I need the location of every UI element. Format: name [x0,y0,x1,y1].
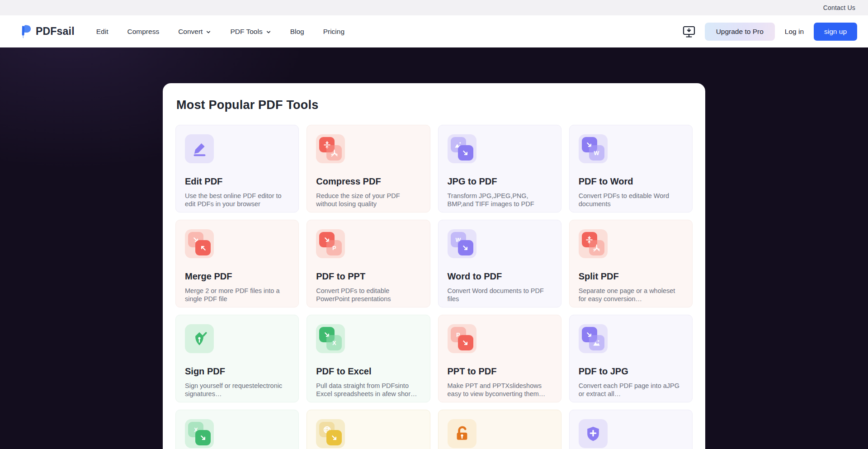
popular-tools-panel: Most Popular PDF Tools Edit PDFUse the b… [163,83,705,449]
header-actions: Upgrade to Pro Log in sign up [682,23,857,41]
html-to-pdf-icon [316,419,345,448]
tool-card-description: Make PPT and PPTXslideshows easy to view… [448,382,552,398]
tool-card-sign-pdf[interactable]: Sign PDFSign yourself or requestelectron… [175,315,299,402]
tool-card-pdf-to-word[interactable]: WPDF to WordConvert PDFs to editable Wor… [569,125,693,213]
tool-card-unlock-pdf[interactable] [438,410,561,449]
main-content: Most Popular PDF Tools Edit PDFUse the b… [0,47,868,449]
protect-pdf-icon [579,419,608,448]
split-pdf-icon [579,229,608,258]
sign-pdf-icon [185,324,214,353]
tools-grid: Edit PDFUse the best online PDF editor t… [175,125,693,449]
pdf-to-word-icon: W [579,134,608,163]
chevron-down-icon [206,29,211,35]
tool-card-description: Convert each PDF page into aJPG or extra… [579,382,683,398]
nav-item-label: PDF Tools [230,28,262,36]
tool-card-edit-pdf[interactable]: Edit PDFUse the best online PDF editor t… [175,125,299,213]
tool-card-description: Sign yourself or requestelectronic signa… [185,382,289,398]
tool-card-description: Pull data straight from PDFsinto Excel s… [316,382,420,398]
header: PDFsail EditCompressConvert PDF Tools Bl… [0,15,868,47]
tool-card-title: JPG to PDF [448,176,552,187]
tool-card-excel-to-pdf[interactable]: X [175,410,299,449]
ppt-to-pdf-icon: P [448,324,476,353]
nav-item-label: Blog [290,28,304,36]
tool-card-title: PDF to Excel [316,366,420,377]
tool-card-title: Sign PDF [185,366,289,377]
tool-card-merge-pdf[interactable]: Merge PDFMerge 2 or more PDF files into … [175,220,299,307]
tool-card-pdf-to-ppt[interactable]: PPDF to PPTConvert PDFs to editable Powe… [307,220,430,307]
brand-name: PDFsail [36,25,75,38]
tool-card-description: Convert PDFs to editable Word documents [579,192,683,208]
tool-card-protect-pdf[interactable] [569,410,693,449]
edit-pencil-icon [185,134,214,163]
tool-card-title: Compress PDF [316,176,420,187]
log-in-link[interactable]: Log in [784,28,805,36]
tool-card-split-pdf[interactable]: Split PDFSeparate one page or a wholeset… [569,220,693,307]
nav-item-label: Edit [96,28,108,36]
nav-item-edit[interactable]: Edit [96,28,108,36]
tool-card-jpg-to-pdf[interactable]: JPG to PDFTransform JPG,JPEG,PNG, BMP,an… [438,125,561,213]
tool-card-title: Split PDF [579,271,683,282]
tool-card-description: Convert Word documents to PDF files [448,287,552,303]
tool-card-title: Merge PDF [185,271,289,282]
nav-item-label: Compress [127,28,160,36]
upgrade-to-pro-button[interactable]: Upgrade to Pro [705,23,775,41]
tool-card-description: Separate one page or a wholeset for easy… [579,287,683,303]
contact-us-link[interactable]: Contact Us [823,4,855,11]
word-to-pdf-icon: W [448,229,476,258]
compress-pdf-icon [316,134,345,163]
pdf-to-ppt-icon: P [316,229,345,258]
tool-card-html-to-pdf[interactable] [307,410,430,449]
nav-item-label: Convert [178,28,203,36]
tool-card-ppt-to-pdf[interactable]: PPPT to PDFMake PPT and PPTXslideshows e… [438,315,561,402]
nav-item-blog[interactable]: Blog [290,28,304,36]
tool-card-compress-pdf[interactable]: Compress PDFReduce the size of your PDF … [307,125,430,213]
tool-card-title: PDF to JPG [579,366,683,377]
nav-item-compress[interactable]: Compress [127,28,160,36]
pdf-to-excel-icon: X [316,324,345,353]
nav-item-pdf-tools[interactable]: PDF Tools [230,28,271,36]
nav-item-pricing[interactable]: Pricing [323,28,344,36]
main-nav: EditCompressConvert PDF Tools BlogPricin… [96,28,344,36]
nav-item-label: Pricing [323,28,344,36]
brand-logo[interactable]: PDFsail [18,24,75,39]
excel-to-pdf-icon: X [185,419,214,448]
chevron-down-icon [266,29,271,35]
nav-item-convert[interactable]: Convert [178,28,211,36]
tool-card-title: PDF to Word [579,176,683,187]
tool-card-word-to-pdf[interactable]: WWord to PDFConvert Word documents to PD… [438,220,561,307]
section-title: Most Popular PDF Tools [176,97,693,113]
svg-text:P: P [332,245,336,251]
tool-card-pdf-to-excel[interactable]: XPDF to ExcelPull data straight from PDF… [307,315,430,402]
sign-up-button[interactable]: sign up [814,23,857,41]
tool-card-title: PDF to PPT [316,271,420,282]
tool-card-title: Word to PDF [448,271,552,282]
tool-card-title: Edit PDF [185,176,289,187]
tool-card-description: Transform JPG,JPEG,PNG, BMP,and TIFF ima… [448,192,552,208]
tool-card-title: PPT to PDF [448,366,552,377]
tool-card-description: Reduce the size of your PDF without losi… [316,192,420,208]
desktop-download-icon[interactable] [682,25,696,38]
tool-card-pdf-to-jpg[interactable]: PDF to JPGConvert each PDF page into aJP… [569,315,693,402]
tool-card-description: Use the best online PDF editor to edit P… [185,192,289,208]
tool-card-description: Convert PDFs to editable PowerPoint pres… [316,287,420,303]
topbar: Contact Us [0,0,868,15]
tool-card-description: Merge 2 or more PDF files into a single … [185,287,289,303]
merge-pdf-icon [185,229,214,258]
svg-text:X: X [332,340,336,346]
svg-text:W: W [594,150,599,156]
pdf-to-jpg-icon [579,324,608,353]
pdfsail-logo-icon [18,24,32,39]
unlock-pdf-icon [448,419,476,448]
jpg-to-pdf-icon [448,134,476,163]
